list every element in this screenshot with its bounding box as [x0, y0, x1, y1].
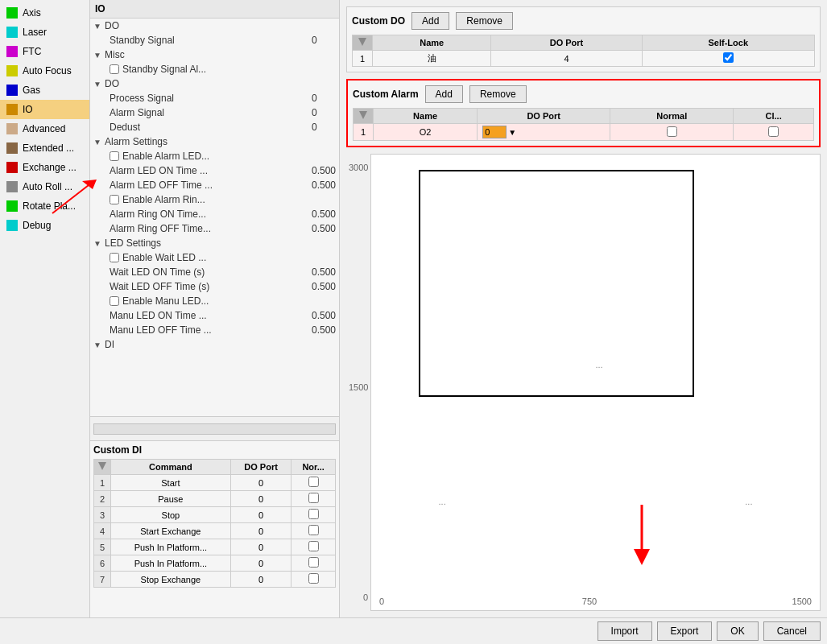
sidebar: Axis Laser FTC Auto Focus Gas IO Advance… — [0, 0, 90, 617]
alarm-col-port: DO Port — [478, 109, 610, 124]
alarm-port-input[interactable] — [482, 126, 507, 138]
tree-item-enable-wait-led: Enable Wait LED ... — [90, 250, 339, 265]
chart-dots-right: ... — [745, 497, 752, 506]
manu-led-off-label: Manu LED OFF Time ... — [110, 324, 308, 336]
custom-di-table-scroll[interactable]: Command DO Port Nor... 1 Start 0 — [93, 459, 336, 600]
sidebar-item-label-advanced: Advanced — [23, 123, 65, 134]
sidebar-item-label-autoroll: Auto Roll ... — [23, 181, 72, 192]
sidebar-item-gas[interactable]: Gas — [0, 80, 89, 100]
sidebar-item-advanced[interactable]: Advanced — [0, 119, 89, 138]
sidebar-item-autoroll[interactable]: Auto Roll ... — [0, 177, 89, 196]
di-row-command: Start Exchange — [111, 523, 231, 539]
di-row-port: 0 — [230, 572, 292, 588]
di-row-command: Start — [111, 475, 231, 491]
alarm-col-name: Name — [374, 109, 478, 124]
do-selflock-checkbox[interactable] — [723, 52, 734, 63]
sidebar-item-label-debug: Debug — [23, 220, 51, 231]
sidebar-item-autofocus[interactable]: Auto Focus — [0, 61, 89, 80]
custom-alarm-section: Custom Alarm Add Remove Name DO Port Nor… — [346, 79, 821, 147]
tree-item-process-signal: Process Signal 0 — [90, 91, 339, 105]
custom-do-add-button[interactable]: Add — [411, 12, 449, 30]
cancel-button[interactable]: Cancel — [763, 621, 821, 641]
di-nor-checkbox[interactable] — [308, 557, 319, 568]
standby-signal-al-checkbox[interactable] — [110, 64, 119, 74]
di-row-num: 6 — [94, 555, 111, 572]
collapse-icon-misc: ▼ — [93, 51, 101, 60]
export-button[interactable]: Export — [657, 621, 713, 641]
tree-group-alarm-header[interactable]: ▼ Alarm Settings — [90, 134, 339, 149]
sidebar-item-debug[interactable]: Debug — [0, 216, 89, 235]
ok-button[interactable]: OK — [717, 621, 758, 641]
group-label-do2: DO — [105, 78, 119, 89]
sidebar-item-laser[interactable]: Laser — [0, 23, 89, 42]
di-nor-checkbox[interactable] — [308, 573, 319, 584]
alarm-ring-on-value: 0.500 — [312, 208, 336, 220]
di-row-nor — [292, 539, 336, 555]
process-signal-value: 0 — [312, 93, 336, 104]
table-row: 1 油 4 — [353, 51, 815, 67]
standby-signal-value: 0 — [312, 35, 336, 46]
standby-signal-label: Standby Signal — [110, 35, 308, 46]
sidebar-item-io[interactable]: IO — [0, 100, 89, 119]
do-col-selflock: Self-Lock — [642, 35, 814, 51]
di-row-command: Stop — [111, 507, 231, 523]
tree-item-standby-signal: Standby Signal 0 — [90, 33, 339, 47]
io-panel-title: IO — [90, 0, 339, 19]
custom-do-remove-button[interactable]: Remove — [456, 12, 513, 30]
standby-signal-al-label: Standby Signal Al... — [122, 64, 336, 75]
custom-alarm-remove-button[interactable]: Remove — [469, 85, 527, 103]
alarm-col-cl: Cl... — [734, 109, 814, 124]
io-tree-scroll[interactable]: ▼ DO Standby Signal 0 ▼ Misc — [90, 19, 339, 416]
tree-group-di-header[interactable]: ▼ DI — [90, 337, 339, 352]
alarm-row-normal — [610, 124, 734, 141]
di-nor-checkbox[interactable] — [308, 509, 319, 519]
enable-wait-led-checkbox[interactable] — [110, 253, 119, 262]
tree-item-alarm-led-on: Alarm LED ON Time ... 0.500 — [90, 163, 339, 178]
sidebar-item-label-gas: Gas — [23, 85, 40, 96]
enable-alarm-led-checkbox[interactable] — [110, 151, 119, 161]
import-button[interactable]: Import — [598, 621, 652, 641]
dedust-label: Dedust — [110, 122, 308, 133]
enable-alarm-rin-checkbox[interactable] — [110, 195, 119, 204]
wait-led-off-label: Wait LED OFF Time (s) — [110, 281, 308, 292]
dedust-value: 0 — [312, 122, 336, 133]
tree-group-led-header[interactable]: ▼ LED Settings — [90, 236, 339, 250]
sidebar-item-extended[interactable]: Extended ... — [0, 138, 89, 158]
enable-manu-led-checkbox[interactable] — [110, 296, 119, 306]
sidebar-item-axis[interactable]: Axis — [0, 3, 89, 23]
tree-group-do2-header[interactable]: ▼ DO — [90, 76, 339, 91]
chart-dots-left: ... — [439, 497, 446, 506]
middle-scroll-footer — [90, 416, 339, 440]
alarm-port-dropdown-btn[interactable]: ▼ — [508, 128, 516, 137]
horizontal-scrollbar[interactable] — [93, 423, 336, 435]
di-sort-icon — [97, 461, 107, 471]
alarm-cl-checkbox[interactable] — [768, 126, 779, 137]
ftc-color-indicator — [6, 46, 18, 57]
di-nor-checkbox[interactable] — [308, 477, 319, 487]
tree-item-manu-led-on: Manu LED ON Time ... 0.500 — [90, 308, 339, 323]
sidebar-item-rotatepl[interactable]: Rotate Pla... — [0, 196, 89, 216]
alarm-ring-off-value: 0.500 — [312, 223, 336, 234]
tree-item-alarm-ring-off: Alarm Ring OFF Time... 0.500 — [90, 221, 339, 236]
axis-color-indicator — [6, 7, 18, 19]
di-nor-checkbox[interactable] — [308, 541, 319, 551]
collapse-icon-alarm: ▼ — [93, 138, 101, 147]
alarm-row-port: ▼ — [478, 124, 610, 141]
custom-di-title: Custom DI — [93, 444, 336, 456]
tree-group-misc-header[interactable]: ▼ Misc — [90, 47, 339, 62]
sidebar-item-label-ftc: FTC — [23, 46, 41, 57]
tree-group-do1-header[interactable]: ▼ DO — [90, 19, 339, 33]
table-row: 4 Start Exchange 0 — [94, 523, 336, 539]
sidebar-item-ftc[interactable]: FTC — [0, 42, 89, 61]
sidebar-item-label-autofocus: Auto Focus — [23, 65, 72, 76]
group-label-do1: DO — [105, 20, 119, 31]
sidebar-item-label-io: IO — [23, 104, 33, 115]
chart-svg — [371, 155, 820, 610]
custom-alarm-add-button[interactable]: Add — [425, 85, 463, 103]
di-nor-checkbox[interactable] — [308, 525, 319, 535]
alarm-led-on-label: Alarm LED ON Time ... — [110, 165, 308, 176]
di-nor-checkbox[interactable] — [308, 493, 319, 503]
alarm-normal-checkbox[interactable] — [667, 126, 677, 137]
sidebar-item-exchange[interactable]: Exchange ... — [0, 158, 89, 177]
di-col-command: Command — [111, 460, 231, 475]
